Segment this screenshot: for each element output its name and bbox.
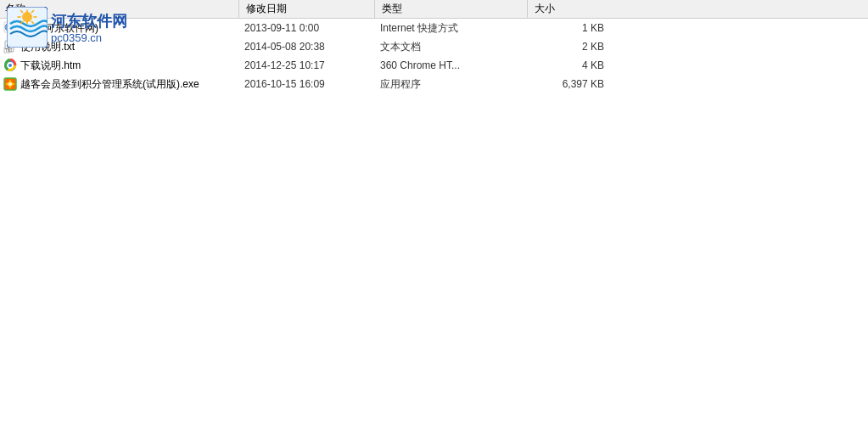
exe-icon <box>3 77 17 91</box>
file-size-cell: 1 KB <box>526 19 611 37</box>
file-size-cell: 6,397 KB <box>526 75 611 93</box>
svg-text:TXT: TXT <box>5 48 13 53</box>
svg-point-20 <box>8 64 12 67</box>
file-type-label: 文本文档 <box>380 40 421 54</box>
file-date-cell: 2014-12-25 10:17 <box>238 56 373 75</box>
file-date-cell: 2016-10-15 16:09 <box>238 75 373 93</box>
file-size-label: 6,397 KB <box>563 78 604 90</box>
file-name-cell: TXT 使用说明.txt <box>0 37 238 56</box>
file-name-cell: ↗ 帮助(河东软件网) <box>0 19 238 37</box>
column-header-date[interactable]: 修改日期 <box>239 0 375 18</box>
file-size-label: 1 KB <box>582 22 604 34</box>
htm-icon <box>3 59 17 72</box>
file-name-label: 越客会员签到积分管理系统(试用版).exe <box>20 77 199 92</box>
file-date-cell: 2013-09-11 0:00 <box>238 19 373 37</box>
file-date-label: 2014-05-08 20:38 <box>244 41 325 53</box>
file-name-cell: 下载说明.htm <box>0 56 238 75</box>
table-row[interactable]: 越客会员签到积分管理系统(试用版).exe 2016-10-15 16:09 应… <box>0 75 868 93</box>
file-list: ↗ 帮助(河东软件网) 2013-09-11 0:00 Internet 快捷方… <box>0 19 868 93</box>
file-size-cell: 4 KB <box>526 56 611 75</box>
svg-point-23 <box>8 82 12 86</box>
file-size-cell: 2 KB <box>526 37 611 56</box>
file-type-label: 应用程序 <box>380 77 421 92</box>
file-name-label: 使用说明.txt <box>20 40 75 54</box>
file-explorer: 河东软件网 pc0359.cn 名称 ▲ 修改日期 类型 大小 <box>0 0 868 439</box>
shortcut-icon: ↗ <box>3 21 17 35</box>
file-name-label: 帮助(河东软件网) <box>20 21 98 36</box>
file-date-cell: 2014-05-08 20:38 <box>238 37 373 56</box>
file-name-label: 下载说明.htm <box>20 59 81 73</box>
file-name-cell: 越客会员签到积分管理系统(试用版).exe <box>0 75 238 93</box>
column-header-size[interactable]: 大小 <box>528 0 613 18</box>
file-type-cell: 360 Chrome HT... <box>373 56 526 75</box>
table-row[interactable]: ↗ 帮助(河东软件网) 2013-09-11 0:00 Internet 快捷方… <box>0 19 868 37</box>
file-date-label: 2013-09-11 0:00 <box>244 22 319 34</box>
file-type-label: 360 Chrome HT... <box>380 59 460 71</box>
svg-text:↗: ↗ <box>10 29 14 34</box>
txt-icon: TXT <box>3 40 17 53</box>
file-size-label: 2 KB <box>582 41 604 53</box>
file-type-cell: 文本文档 <box>373 37 526 56</box>
column-header-name[interactable]: 名称 ▲ <box>2 0 239 18</box>
table-row[interactable]: 下载说明.htm 2014-12-25 10:17 360 Chrome HT.… <box>0 56 868 75</box>
table-row[interactable]: TXT 使用说明.txt 2014-05-08 20:38 文本文档 2 KB <box>0 37 868 56</box>
file-size-label: 4 KB <box>582 59 604 71</box>
sort-arrow-name: ▲ <box>28 5 36 14</box>
file-date-label: 2014-12-25 10:17 <box>244 59 325 71</box>
file-type-cell: Internet 快捷方式 <box>373 19 526 37</box>
file-type-label: Internet 快捷方式 <box>380 21 458 36</box>
file-date-label: 2016-10-15 16:09 <box>244 78 325 90</box>
table-header: 名称 ▲ 修改日期 类型 大小 <box>0 0 868 19</box>
file-type-cell: 应用程序 <box>373 75 526 93</box>
column-header-type[interactable]: 类型 <box>375 0 528 18</box>
